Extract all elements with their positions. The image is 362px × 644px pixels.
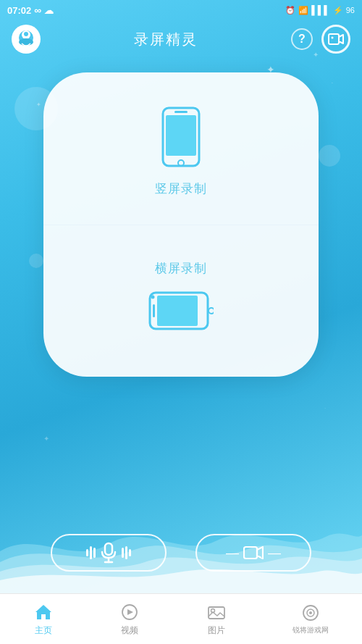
- bubble-2: [319, 145, 340, 167]
- dash-right: —: [268, 545, 281, 561]
- svg-point-28: [309, 611, 312, 614]
- svg-rect-24: [209, 607, 224, 619]
- video-tab-svg: [120, 603, 139, 621]
- video-tab-icon: [119, 602, 140, 622]
- tab-home-label: 主页: [35, 624, 52, 637]
- home-svg-icon: [34, 603, 53, 621]
- tab-video[interactable]: 视频: [108, 599, 151, 640]
- help-button[interactable]: ?: [291, 28, 313, 50]
- tab-photos-label: 图片: [208, 624, 225, 637]
- vertical-phone-icon: [156, 106, 206, 172]
- svg-point-3: [24, 32, 28, 36]
- svg-rect-10: [174, 111, 188, 113]
- bottom-controls: — —: [0, 534, 362, 572]
- app-title: 录屏精灵: [134, 30, 198, 49]
- logo-icon: [14, 28, 38, 51]
- video-play-icon: [243, 545, 264, 561]
- svg-rect-8: [166, 115, 196, 156]
- waveform-left: [86, 546, 96, 559]
- home-icon: [33, 602, 54, 622]
- time-display: 07:02: [7, 5, 31, 16]
- top-nav: 录屏精灵 ?: [0, 20, 362, 58]
- horizontal-label: 横屏录制: [155, 260, 207, 277]
- brand-icon: [300, 603, 321, 623]
- svg-rect-19: [244, 547, 257, 559]
- microphone-icon: [100, 542, 117, 564]
- vertical-record-option[interactable]: 竖屏录制: [43, 72, 319, 225]
- vertical-label: 竖屏录制: [155, 180, 207, 197]
- horizontal-phone-icon: [148, 285, 214, 335]
- horizontal-record-option[interactable]: 横屏录制: [43, 225, 319, 377]
- bubble-3: [29, 254, 43, 268]
- tab-photos[interactable]: 图片: [195, 599, 238, 640]
- svg-marker-21: [35, 605, 51, 619]
- record-button[interactable]: [321, 25, 350, 54]
- status-indicators: ⏰ 📶 ▌▌▌ ⚡ 96: [285, 5, 355, 15]
- signal-icon: ▌▌▌: [311, 5, 330, 15]
- svg-rect-14: [153, 304, 155, 317]
- status-time: 07:02 ∞ ☁: [7, 4, 54, 16]
- star-5: ·: [324, 406, 326, 410]
- star-3: ·: [332, 80, 333, 86]
- record-video-icon: [328, 31, 344, 47]
- svg-rect-4: [329, 34, 339, 44]
- cloud-icon: ☁: [44, 5, 54, 16]
- star-4: ✦: [36, 101, 41, 108]
- svg-point-15: [151, 295, 155, 298]
- svg-rect-16: [105, 543, 112, 555]
- main-record-card: 竖屏录制 横屏录制: [43, 72, 319, 377]
- mic-control-button[interactable]: [51, 534, 167, 572]
- nav-actions: ?: [291, 25, 350, 54]
- waveform-right: [122, 546, 131, 559]
- svg-point-6: [332, 37, 334, 39]
- photos-svg-icon: [207, 603, 226, 621]
- wifi-icon: 📶: [298, 6, 308, 15]
- app-logo[interactable]: [12, 25, 41, 54]
- svg-point-13: [209, 308, 214, 314]
- tab-video-label: 视频: [121, 624, 138, 637]
- infinity-icon: ∞: [34, 4, 41, 16]
- svg-marker-5: [339, 35, 343, 43]
- help-label: ?: [298, 33, 306, 46]
- brand-svg-icon: [301, 604, 320, 622]
- tab-bar: 主页 视频 图片 锐将游戏网: [0, 593, 362, 644]
- photos-icon: [206, 602, 227, 622]
- battery-charging-icon: ⚡: [333, 6, 343, 15]
- svg-marker-23: [127, 609, 133, 615]
- status-bar: 07:02 ∞ ☁ ⏰ 📶 ▌▌▌ ⚡ 96: [0, 0, 362, 20]
- battery-display: 96: [346, 6, 355, 14]
- tab-brand-label: 锐将游戏网: [292, 625, 329, 635]
- svg-point-2: [19, 38, 33, 46]
- alarm-icon: ⏰: [285, 6, 295, 15]
- svg-marker-20: [257, 547, 263, 559]
- video-control-button[interactable]: — —: [195, 534, 311, 572]
- tab-home[interactable]: 主页: [22, 599, 65, 640]
- star-6: ✦: [43, 435, 49, 443]
- dash-left: —: [226, 545, 239, 561]
- tab-brand[interactable]: 锐将游戏网: [281, 600, 340, 638]
- svg-rect-12: [157, 296, 198, 326]
